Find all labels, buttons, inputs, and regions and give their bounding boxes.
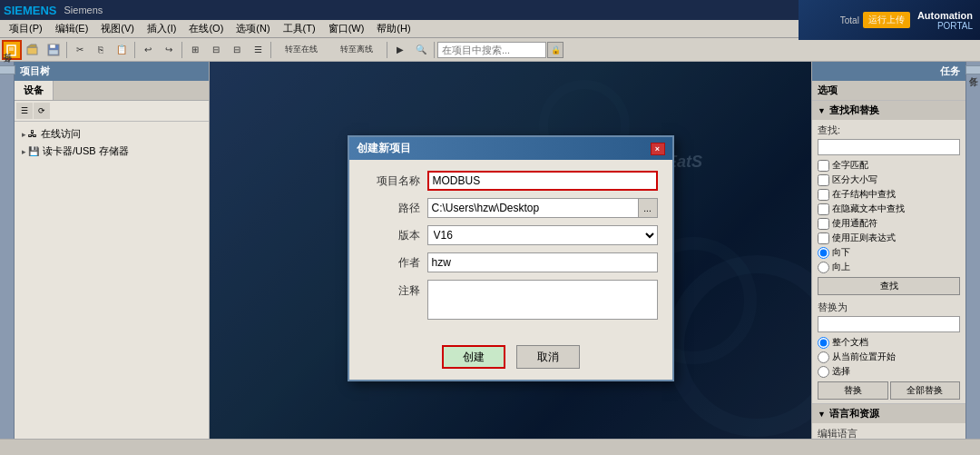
menu-options[interactable]: 选项(N) [230,21,275,36]
sim-btn[interactable]: ▶ [390,40,410,60]
side-tab-tasks[interactable]: 任务 [0,65,15,74]
chk-full-word-label: 全字匹配 [832,159,868,172]
chk-case[interactable] [818,174,829,186]
dialog-close-btn[interactable]: × [651,143,665,155]
paste-btn[interactable]: 📋 [112,40,132,60]
chk-regex[interactable] [818,232,829,244]
new-project-btn[interactable] [2,40,22,60]
lang-chevron: ▼ [818,410,826,419]
menu-insert[interactable]: 插入(I) [142,21,181,36]
cancel-btn[interactable]: 取消 [516,345,580,369]
toolbar-btn-7[interactable]: ⊟ [227,40,247,60]
menu-window[interactable]: 窗口(W) [323,21,370,36]
menu-online[interactable]: 在线(O) [183,21,229,36]
lang-title[interactable]: ▼ 语言和资源 [812,404,965,423]
online-label: 转至在线 [285,44,318,55]
menu-project[interactable]: 项目(P) [4,21,48,36]
dialog-footer: 创建 取消 [349,338,672,380]
find-replace-title[interactable]: ▼ 查找和替换 [812,101,965,120]
right-panel-header: 任务 [812,62,965,81]
version-select[interactable]: V16 [427,225,658,245]
find-btn-row: 查找 [818,277,960,295]
toolbar-btn-5[interactable]: ⊞ [185,40,205,60]
chk-substructure[interactable] [818,189,829,201]
offline-btn[interactable]: 转至离线 [329,40,384,60]
radio-whole-doc: 整个文档 [818,336,960,349]
author-input[interactable] [427,252,658,272]
tree-item-card-reader[interactable]: ▸ 💾 读卡器/USB 存储器 [18,143,205,160]
main-content-area: EatS 创建新项目 × 项目名称 路径 [210,62,811,455]
expand-icon-1: ▸ [22,130,26,139]
app-title: Siemens [64,5,926,15]
find-input[interactable] [818,139,960,155]
chk-substructure-label: 在子结构中查找 [832,188,896,201]
browse-btn[interactable]: ... [638,198,658,218]
checkbox-wildcard: 使用通配符 [818,217,960,230]
menu-tools[interactable]: 工具(T) [278,21,321,36]
chk-wildcard[interactable] [818,218,829,230]
tab-devices[interactable]: 设备 [15,81,54,100]
create-btn[interactable]: 创建 [442,345,505,369]
find-replace-chevron: ▼ [818,106,826,115]
toolbar: ✂ ⎘ 📋 ↩ ↪ ⊞ ⊟ ⊟ ☰ 转至在线 转至离线 ▶ 🔍 🔒 [0,38,980,62]
path-input-group: ... [427,198,658,218]
search-input[interactable] [437,42,546,58]
radio-down: 向下 [818,246,960,259]
menu-view[interactable]: 视图(V) [95,21,140,36]
cut-btn[interactable]: ✂ [70,40,90,60]
sep3 [181,42,182,58]
bug-btn[interactable]: 🔍 [411,40,431,60]
tree-item-online-access[interactable]: ▸ 🖧 在线访问 [18,125,205,143]
checkbox-case: 区分大小写 [818,173,960,186]
portal-badge[interactable]: 运行上传 [863,12,910,28]
path-input[interactable] [427,198,638,218]
chk-wildcard-label: 使用通配符 [832,217,877,230]
find-replace-content: 查找: 全字匹配 区分大小写 在子结构中查找 在隐藏文本中查找 [812,120,965,403]
panel-view-btn[interactable]: ☰ [16,103,33,119]
svg-rect-6 [50,45,55,48]
folder-icon-1: 🖧 [28,129,37,139]
lock-btn[interactable]: 🔒 [547,42,564,58]
redo-btn[interactable]: ↪ [159,40,179,60]
panel-sync-btn[interactable]: ⟳ [34,103,50,119]
radio-whole-doc-input[interactable] [818,337,829,349]
sep1 [66,42,67,58]
total-label: Total [840,15,859,25]
replace-btn-row: 替换 全部替换 [818,381,960,400]
far-right-tab-tasks[interactable]: 任务 [965,65,981,74]
menu-help[interactable]: 帮助(H) [371,21,416,36]
online-btn[interactable]: 转至在线 [274,40,328,60]
radio-from-current: 从当前位置开始 [818,351,960,363]
tree-label-online-access: 在线访问 [41,127,81,141]
open-btn[interactable] [23,40,43,60]
radio-from-current-label: 从当前位置开始 [832,351,896,363]
find-btn[interactable]: 查找 [818,277,960,295]
toolbar-btn-8[interactable]: ☰ [248,40,268,60]
far-right-tabs: 任务 [965,62,980,455]
chk-full-word[interactable] [818,160,829,172]
chk-hidden-text-label: 在隐藏文本中查找 [832,203,905,215]
radio-selection: 选择 [818,365,960,378]
radio-from-current-input[interactable] [818,351,829,363]
project-name-label: 项目名称 [364,173,427,189]
project-name-input[interactable] [427,171,658,191]
radio-down-input[interactable] [818,247,829,259]
create-project-dialog: 创建新项目 × 项目名称 路径 ... [348,135,674,381]
radio-up-input[interactable] [818,262,829,273]
chk-hidden-text[interactable] [818,203,829,215]
dialog-row-version: 版本 V16 [364,225,658,245]
replace-input[interactable] [818,316,960,332]
toolbar-btn-6[interactable]: ⊟ [206,40,226,60]
comment-input[interactable] [427,280,658,320]
copy-btn[interactable]: ⎘ [91,40,111,60]
replace-btn[interactable]: 替换 [818,381,888,400]
menu-edit[interactable]: 编辑(E) [50,21,94,36]
radio-selection-input[interactable] [818,366,829,378]
portal-name: Automation [917,10,973,21]
radio-down-label: 向下 [832,246,850,259]
replace-all-btn[interactable]: 全部替换 [890,381,961,400]
folder-icon-2: 💾 [28,146,39,156]
find-label: 查找: [818,124,960,137]
undo-btn[interactable]: ↩ [138,40,158,60]
save-btn[interactable] [44,40,64,60]
